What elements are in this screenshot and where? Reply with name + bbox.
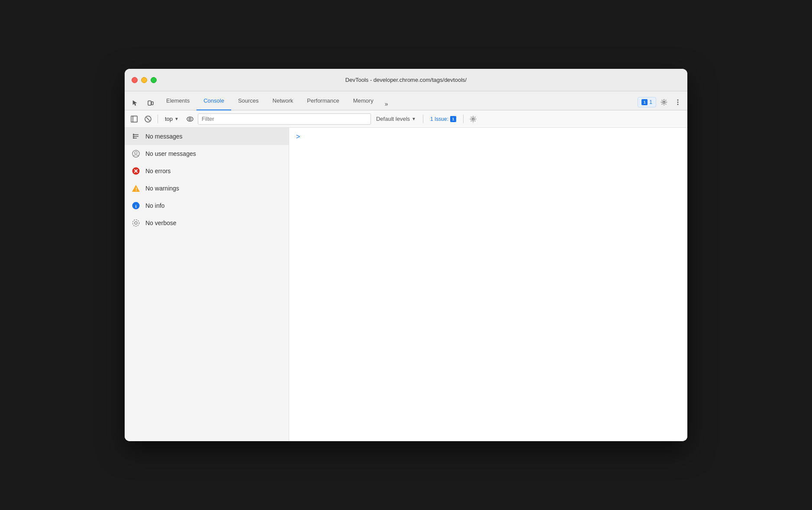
tab-console[interactable]: Console [197,92,231,110]
sidebar-item-no-messages[interactable]: No messages [125,128,289,145]
verbose-gear-icon [132,219,140,227]
sidebar-item-no-warnings[interactable]: ! No warnings [125,180,289,197]
sidebar-toggle-icon [131,116,138,123]
prompt-arrow-icon[interactable]: > [296,133,300,141]
sidebar-toggle-button[interactable] [128,113,140,125]
console-toolbar: top ▼ Default levels ▼ 1 Issue: 1 [125,110,687,128]
error-icon [132,167,140,175]
kebab-icon [677,99,679,106]
svg-point-28 [133,220,139,226]
more-options-button[interactable] [672,96,684,108]
svg-rect-0 [148,101,151,105]
warning-icon: ! [132,184,140,193]
maximize-button[interactable] [151,77,157,83]
warning-triangle-icon: ! [132,184,140,192]
traffic-lights [132,77,157,83]
list-icon [132,132,140,141]
verbose-icon [132,219,140,227]
svg-point-20 [135,152,137,154]
clear-icon [145,116,151,123]
svg-point-10 [187,117,193,121]
svg-point-12 [472,118,474,120]
svg-rect-17 [133,136,134,137]
chevron-down-icon: ▼ [412,116,416,121]
issue-count-label[interactable]: 1 Issue: 1 [427,115,460,123]
tabs-right-controls: 1 1 [638,96,684,110]
user-avatar-icon [132,150,140,158]
svg-point-4 [677,102,679,103]
context-selector[interactable]: top ▼ [161,115,182,123]
toolbar-divider-1 [158,115,158,123]
sidebar-item-no-verbose[interactable]: No verbose [125,214,289,232]
settings-button[interactable] [658,96,670,108]
console-settings-button[interactable] [467,113,479,125]
settings-gear-icon [470,116,477,123]
log-level-selector[interactable]: Default levels ▼ [373,115,419,123]
tab-network[interactable]: Network [266,92,300,110]
messages-icon [132,133,139,140]
title-bar: DevTools - developer.chrome.com/tags/dev… [125,69,687,91]
svg-point-27 [135,222,137,224]
svg-rect-1 [151,102,153,105]
main-area: No messages No user messages [125,128,687,441]
info-circle-icon: i [132,202,140,210]
svg-point-11 [189,118,191,120]
tab-elements[interactable]: Elements [159,92,197,110]
svg-point-5 [677,104,679,105]
devtools-content: Elements Console Sources Network Perform… [125,91,687,441]
console-prompt-line[interactable]: > [289,128,687,146]
svg-rect-6 [131,116,137,122]
tab-sources[interactable]: Sources [231,92,266,110]
sidebar-item-no-info[interactable]: i No info [125,197,289,214]
toolbar-divider-3 [463,115,464,123]
toolbar-divider-2 [423,115,423,123]
console-output-area[interactable]: > [289,128,687,441]
issue-count-icon: 1 [450,116,456,122]
svg-point-2 [663,101,665,103]
tab-performance[interactable]: Performance [300,92,346,110]
svg-text:i: i [135,203,137,209]
svg-point-3 [677,100,679,101]
svg-rect-18 [133,137,134,139]
cursor-icon [132,100,139,107]
device-toolbar-button[interactable] [144,96,158,110]
devtools-window: DevTools - developer.chrome.com/tags/dev… [125,69,687,441]
issue-icon: 1 [641,99,648,105]
chevron-down-icon: ▼ [174,116,179,121]
eye-icon [187,116,193,122]
inspect-element-button[interactable] [128,96,142,110]
more-tabs-button[interactable]: » [380,98,393,110]
clear-console-button[interactable] [142,113,154,125]
filter-input[interactable] [198,113,371,125]
info-icon: i [132,201,140,210]
gear-icon [661,99,667,106]
svg-line-9 [146,117,150,121]
close-button[interactable] [132,77,138,83]
error-circle-icon [132,167,140,175]
sidebar-item-no-errors[interactable]: No errors [125,162,289,180]
console-sidebar: No messages No user messages [125,128,289,441]
tab-memory[interactable]: Memory [346,92,380,110]
eye-button[interactable] [184,113,196,125]
sidebar-item-no-user-messages[interactable]: No user messages [125,145,289,162]
svg-text:!: ! [135,187,137,192]
device-icon [147,100,154,107]
svg-rect-16 [133,134,134,135]
issues-counter-badge[interactable]: 1 1 [638,97,656,107]
user-icon [132,149,140,158]
window-title: DevTools - developer.chrome.com/tags/dev… [345,77,467,83]
minimize-button[interactable] [141,77,147,83]
tabs-bar: Elements Console Sources Network Perform… [125,91,687,110]
